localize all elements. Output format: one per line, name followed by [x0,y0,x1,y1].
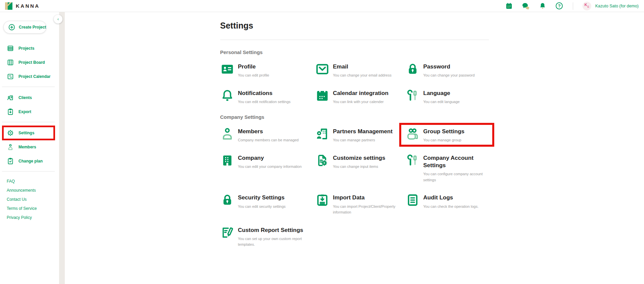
settings-gear-icon [7,129,14,137]
page-title: Settings [220,21,489,31]
calendar-icon[interactable] [505,2,513,10]
tile-desc: You can edit language [423,99,460,105]
tile-desc: You can change your email address [333,73,392,79]
tile-title: Members [238,128,299,135]
personal-settings-grid: Profile You can edit profile Email You c… [220,62,489,105]
email-icon [315,62,329,76]
kanna-logo-icon [5,2,13,10]
create-project-button[interactable]: Create Project [3,21,46,34]
sidebar-item-members[interactable]: Members [2,141,55,153]
link-privacy-policy[interactable]: Privacy Policy [7,215,59,220]
tile-desc: You can import Project/Client/Property i… [333,204,402,216]
tile-desc: You can manage group [423,137,465,143]
company-settings-grid: Members Company members can be managed P… [220,127,489,248]
sidebar-divider [2,122,55,122]
topbar: KANNA ? [0,0,644,12]
tile-desc: You can configure company account settin… [423,171,489,183]
tile-desc: You can link with your calender [333,99,388,105]
tile-title: Password [423,63,475,70]
sidebar-divider [2,87,55,87]
lock-icon [406,62,420,76]
tools-icon [406,153,420,168]
tile-desc: You can set up your own custom report te… [238,236,307,248]
tile-title: Notifications [238,90,291,97]
link-announcements[interactable]: Announcements [7,188,59,193]
link-terms-of-service[interactable]: Terms of Service [7,206,59,211]
sidebar-item-export[interactable]: Export [2,106,55,118]
sidebar-divider [2,171,55,172]
tile-custom-report-settings[interactable]: Custom Report Settings You can set up yo… [220,226,315,248]
personal-settings-heading: Personal Settings [220,49,489,55]
document-gear-icon [315,153,329,168]
user-menu[interactable]: K S Kazuto Sato (for demo) [583,2,639,10]
document-lines-icon [406,193,420,207]
tile-title: Security Settings [238,194,286,201]
tile-profile[interactable]: Profile You can edit profile [220,62,315,79]
tile-group-settings[interactable]: Group Settings You can manage group [406,127,489,143]
link-faq[interactable]: FAQ [7,179,59,184]
avatar-initial-bottom: S [587,5,589,8]
project-calendar-icon [7,73,14,80]
tile-desc: You can edit profile [238,73,269,79]
sidebar-item-settings[interactable]: Settings [2,127,55,139]
people-group-icon [406,127,420,141]
tile-desc: You can edit your company information [238,164,302,170]
sidebar-item-projects[interactable]: Projects [2,42,55,54]
projects-icon [7,45,14,52]
calendar-icon [315,89,329,103]
tile-title: Language [423,90,460,97]
tile-notifications[interactable]: Notifications You can edit notification … [220,89,315,105]
sidebar-item-project-calendar[interactable]: Project Calendar [2,70,55,83]
tile-title: Company [238,154,302,162]
chat-icon[interactable] [522,2,530,10]
person-building-icon [315,127,329,141]
tile-title: Partners Management [333,128,393,135]
tile-company[interactable]: Company You can edit your company inform… [220,153,315,183]
tile-calendar-integration[interactable]: Calendar integration You can link with y… [315,89,406,105]
sidebar-item-project-board[interactable]: Project Board [2,56,55,68]
company-settings-heading: Company Settings [220,114,489,120]
sidebar-item-change-plan[interactable]: Change plan [2,155,55,167]
avatar: K S [583,2,591,10]
tile-partners-management[interactable]: Partners Management You can manage partn… [315,127,406,143]
tile-members[interactable]: Members Company members can be managed [220,127,315,143]
tile-desc: You can manage partners [333,137,393,143]
tile-desc: You can edit security settings [238,204,286,210]
user-name: Kazuto Sato (for demo) [595,4,639,8]
tile-title: Profile [238,63,269,70]
tile-language[interactable]: Language You can edit language [406,89,489,105]
topbar-divider [573,2,573,10]
project-board-icon [7,59,14,66]
sidebar-item-clients[interactable]: Clients [2,92,55,104]
help-glyph: ? [556,2,563,9]
main-content: Settings Personal Settings Profile You c… [65,12,644,284]
tile-desc: Company members can be managed [238,137,299,143]
plus-circle-icon [8,23,15,31]
tile-desc: You can change your password [423,73,475,79]
tile-email[interactable]: Email You can change your email address [315,62,406,79]
tile-title: Custom Report Settings [238,227,307,234]
tile-import-data[interactable]: Import Data You can import Project/Clien… [315,193,406,215]
tile-title: Import Data [333,194,402,201]
bell-icon[interactable] [539,2,547,10]
kanna-logo[interactable]: KANNA [0,2,40,10]
sidebar-footer-links: FAQ Announcements Contact Us Terms of Se… [7,179,59,220]
tile-company-account-settings[interactable]: Company Account Settings You can configu… [406,153,489,183]
profile-card-icon [220,62,234,76]
members-icon [7,143,14,151]
export-icon [7,108,14,115]
change-plan-icon [7,157,14,165]
brand-name: KANNA [16,3,40,9]
bell-outline-icon [220,89,234,103]
help-icon[interactable]: ? [555,2,563,10]
clipboard-arrow-icon [315,193,329,207]
tile-title: Company Account Settings [423,154,489,169]
link-contact-us[interactable]: Contact Us [7,197,59,202]
tile-password[interactable]: Password You can change your password [406,62,489,79]
sidebar-collapse-button[interactable]: ‹ [54,15,62,23]
paper-pencil-icon [220,226,234,240]
tile-audit-logs[interactable]: Audit Logs You can check the operation l… [406,193,489,215]
tile-security-settings[interactable]: Security Settings You can edit security … [220,193,315,215]
tile-customize-settings[interactable]: Customize settings You can change input … [315,153,406,183]
person-icon [220,127,234,141]
